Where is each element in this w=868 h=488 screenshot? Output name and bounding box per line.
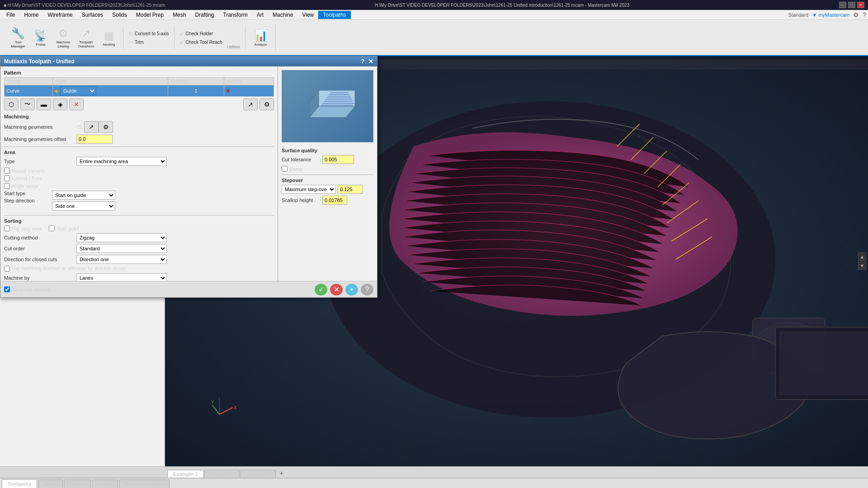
menu-machine[interactable]: Machine — [268, 11, 297, 19]
damp-label: Damp — [289, 166, 302, 172]
pattern-style-select[interactable]: Guide — [60, 86, 96, 95]
pattern-delete-button[interactable]: × — [226, 87, 230, 94]
dialog-help-button[interactable]: ? — [361, 284, 373, 296]
vp-right-btn-2[interactable]: ▼ — [858, 262, 866, 270]
cutting-method-select[interactable]: Zigzag — [76, 233, 167, 242]
max-stepover-select[interactable]: Maximum step-over — [282, 185, 336, 194]
start-point-checkbox[interactable] — [49, 225, 55, 231]
tab-solids[interactable]: Solids — [38, 479, 63, 488]
view-tab-example2[interactable]: Example 2 — [204, 470, 240, 478]
menu-home[interactable]: Home — [19, 11, 43, 19]
menu-solids[interactable]: Solids — [108, 11, 132, 19]
menu-wireframe[interactable]: Wireframe — [43, 11, 77, 19]
machine-tool-linking-icon: ⚙ — [58, 27, 68, 40]
extend-trim-label: Extend / Trim — [12, 176, 41, 181]
surface-quality-label: Surface quality — [282, 148, 373, 153]
view-tab-example3[interactable]: Example 3 — [241, 470, 276, 478]
trim-button[interactable]: ✂ Trim — [126, 38, 171, 47]
probe-button[interactable]: 📡 Probe — [30, 25, 52, 51]
tool-manager-button[interactable]: 🔧 ToolManager — [7, 25, 29, 51]
machine-tool-linking-button[interactable]: ⚙ MachineLinking — [52, 25, 74, 51]
area-type-select[interactable]: Entire machining area — [76, 157, 167, 166]
dialog-ok-button[interactable]: ✓ — [315, 284, 327, 296]
machine-by-label: Machine by — [4, 275, 76, 281]
angle-range-checkbox[interactable] — [4, 183, 10, 189]
pattern-btn-flat[interactable]: ▬ — [37, 99, 51, 110]
menu-transform[interactable]: Transform — [219, 11, 252, 19]
cut-tolerance-input[interactable] — [322, 155, 354, 164]
dialog-add-button[interactable]: + — [345, 284, 358, 296]
nesting-button[interactable]: ▦ Nesting — [98, 25, 120, 51]
machining-geometries-row: Machining geometries (5) ↗ ⚙ — [4, 121, 274, 133]
minimize-button[interactable]: ─ — [839, 2, 846, 8]
machining-offset-row: Machining geometries offset — [4, 135, 274, 144]
pattern-btn-select[interactable]: ↗ — [243, 99, 258, 110]
view-tab-example1[interactable]: Example 1 — [167, 470, 203, 478]
area-type-label: Type — [4, 159, 76, 164]
toolpath-transform-icon: ↗ — [81, 27, 90, 40]
use-machining-dir-label: Use machining direction as reference for… — [12, 266, 126, 271]
pattern-btn-settings[interactable]: ⚙ — [259, 99, 274, 110]
start-type-label: Start type — [4, 191, 45, 196]
menu-model-prep[interactable]: Model Prep — [132, 11, 168, 19]
settings-icon[interactable]: ⚙ — [853, 11, 859, 19]
use-machining-dir-checkbox[interactable] — [4, 266, 10, 272]
round-corners-checkbox[interactable] — [4, 168, 10, 174]
start-type-select[interactable]: Start on guide — [52, 191, 115, 200]
title-bar-title: H:\My Drive\ST VIDEO DEVELOPER FOLDERS\2… — [165, 3, 839, 8]
menu-toolpaths[interactable]: Toolpaths — [318, 11, 350, 19]
pattern-btn-surface[interactable]: ⬡ — [4, 99, 19, 110]
pattern-row-1[interactable]: Curve ◆ Guide 1 — [5, 85, 274, 97]
analyze-button[interactable]: 📊 Analyze — [250, 25, 272, 51]
machining-settings-btn[interactable]: ⚙ — [99, 121, 113, 133]
dialog-close-button[interactable]: ✕ — [368, 58, 373, 65]
max-stepover-input[interactable] — [338, 185, 363, 194]
dialog-help-icon[interactable]: ? — [361, 58, 364, 65]
pattern-table: Name Style Entities Action Curve ◆ — [4, 77, 274, 97]
machining-select-btn[interactable]: ↗ — [84, 121, 99, 133]
machining-offset-input[interactable] — [76, 135, 113, 144]
title-bar-left: ■ H:\\My Drive\\ST VIDEO DEVELOPER FOLDE… — [4, 3, 165, 8]
toolpath-transform-button[interactable]: ↗ ToolpathTransform — [75, 25, 97, 51]
convert-5axis-button[interactable]: ↻ Convert to 5-axis — [126, 30, 171, 38]
view-tab-example1-label: Example 1 — [173, 471, 198, 477]
menu-mesh[interactable]: Mesh — [168, 11, 190, 19]
step-direction-select[interactable]: Side one — [52, 202, 115, 211]
tool-manager-label: ToolManager — [11, 41, 25, 49]
check-holder-button[interactable]: ✓ Check Holder — [177, 30, 225, 38]
pattern-btn-solid[interactable]: ◈ — [53, 99, 67, 110]
area-type-row: Type Entire machining area — [4, 157, 274, 166]
pattern-btn-curve[interactable]: 〜 — [20, 99, 35, 110]
machine-by-select[interactable]: Lanes — [76, 273, 167, 281]
menu-drafting[interactable]: Drafting — [190, 11, 218, 19]
vp-right-btn-1[interactable]: ▲ — [858, 253, 866, 261]
view-tab-add-button[interactable]: + — [277, 469, 286, 478]
menu-view[interactable]: View — [297, 11, 318, 19]
cut-order-select[interactable]: Standard — [76, 244, 167, 253]
maximize-button[interactable]: □ — [848, 2, 855, 8]
dir-closed-cuts-select[interactable]: Direction one — [76, 255, 167, 264]
check-tool-reach-button[interactable]: ✓ Check Tool Reach — [177, 38, 225, 47]
menu-surfaces[interactable]: Surfaces — [77, 11, 108, 19]
title-bar-controls: ─ □ ✕ — [839, 2, 864, 8]
tab-toolpaths[interactable]: Toolpaths — [2, 479, 37, 488]
menu-file[interactable]: File — [2, 11, 19, 19]
menu-art[interactable]: Art — [252, 11, 268, 19]
dialog-footer: Generate toolpath ✓ ✕ + ? — [0, 281, 377, 297]
scallop-height-row: Scallop height — [282, 196, 373, 205]
flip-step-checkbox[interactable] — [4, 225, 10, 231]
pattern-btn-delete[interactable]: ✕ — [69, 99, 84, 110]
view-tab-example3-label: Example 3 — [246, 471, 270, 477]
damp-checkbox[interactable] — [282, 166, 288, 172]
generate-toolpath-checkbox[interactable] — [4, 286, 10, 292]
close-button[interactable]: ✕ — [857, 2, 864, 8]
dialog-cancel-button[interactable]: ✕ — [330, 284, 343, 296]
pattern-style-cell: ◆ Guide — [52, 85, 168, 97]
tab-recent-functions[interactable]: Recent Functions — [119, 479, 170, 488]
extend-trim-checkbox[interactable] — [4, 175, 10, 181]
tab-levels[interactable]: Levels — [92, 479, 118, 488]
convert-5axis-label: Convert to 5-axis — [135, 31, 169, 36]
help-icon[interactable]: ? — [863, 11, 866, 19]
scallop-height-input[interactable] — [322, 196, 347, 205]
tab-planes[interactable]: Planes — [64, 479, 91, 488]
